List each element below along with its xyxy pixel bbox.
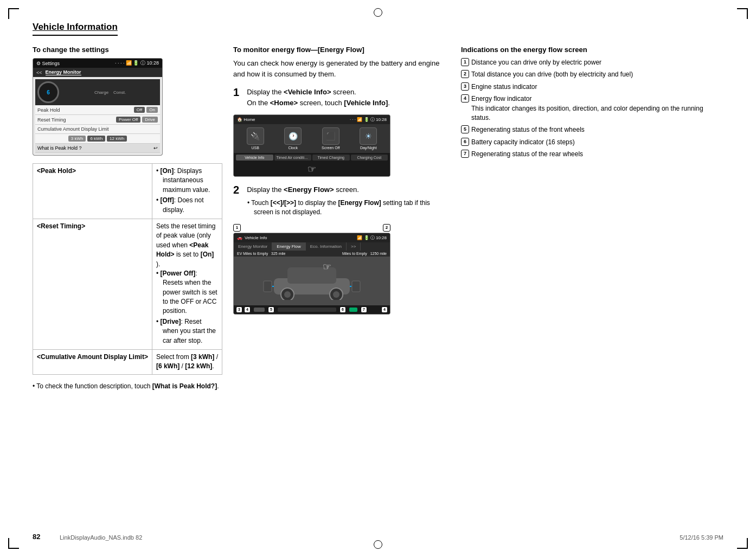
peak-hold-label: Peak Hold — [37, 107, 60, 113]
timed-air-tab[interactable]: Timed Air conditioning — [274, 155, 312, 161]
peak-hold-term: <Peak Hold> — [33, 164, 152, 219]
peak-hold-desc: [On]: Displays instantaneous maximum val… — [152, 164, 222, 219]
page-title: Vehicle Information — [33, 22, 118, 36]
corner-mark-bl — [8, 538, 19, 549]
car-visual — [234, 257, 390, 305]
bottom-badges-row: 3 4 5 6 7 4 — [234, 305, 390, 314]
eco-info-tab[interactable]: Eco. Information — [306, 242, 347, 251]
page-number: 82 — [33, 533, 40, 541]
bottom-badge-4b: 4 — [381, 306, 388, 313]
settings-description-table: <Peak Hold> [On]: Displays instantaneous… — [33, 163, 222, 375]
timed-charging-tab[interactable]: Timed Charging — [312, 155, 350, 161]
svg-point-4 — [284, 291, 291, 298]
callout-badge-5: 5 — [461, 125, 469, 133]
usb-label: USB — [252, 146, 259, 150]
home-screen-mock: 🏠 Home · · · 📶 🔋 ⓘ 10:28 🔌 USB 🕐 Clock ⬛… — [233, 114, 390, 177]
more-tabs-btn[interactable]: >> — [347, 242, 361, 251]
drive-btn[interactable]: Drive — [142, 117, 158, 123]
callout-row-5: 5Regenerating status of the front wheels — [461, 125, 723, 135]
step-2-number: 2 — [233, 184, 239, 195]
6kwh-btn[interactable]: 6 kWh — [87, 136, 105, 142]
clock-icon: 🕐 — [284, 127, 302, 145]
settings-nav-bar: << Energy Monitor — [33, 68, 162, 77]
energy-monitor-tab[interactable]: Energy Monitor — [234, 242, 272, 251]
callout-row-1: 1Distance you can drive only by electric… — [461, 58, 723, 67]
peak-hold-controls: Off On — [134, 107, 158, 113]
callout-row-2: 2Total distance you can drive (both by e… — [461, 70, 723, 79]
corner-mark-br — [737, 538, 748, 549]
screen-off-icon-item: ⬛ Screen Off — [312, 127, 349, 150]
step-2-bullet: Touch [<<]/[>>] to display the [Energy F… — [233, 199, 450, 217]
callout-badge-7: 7 — [461, 150, 469, 158]
cumulative-options-row: 3 kWh 6 kWh 12 kWh — [35, 134, 160, 144]
peak-hold-on-btn[interactable]: On — [146, 107, 158, 113]
badge-2: 2 — [383, 224, 390, 232]
nav-status: · · · 📶 🔋 ⓘ 10:28 — [350, 117, 387, 123]
top-badges-row: 1 2 — [233, 224, 390, 232]
step-1-number: 1 — [233, 87, 239, 98]
clock-label: Clock — [288, 146, 298, 150]
svg-rect-8 — [264, 281, 272, 292]
charging-cost-tab[interactable]: Charging Cost — [351, 155, 388, 161]
intro-text: You can check how energy is generated by… — [233, 58, 450, 79]
gauge-area: 6 Charge Const. — [35, 79, 160, 105]
flow-bar-2 — [278, 308, 336, 312]
middle-column: To monitor energy flow—[Energy Flow] You… — [233, 46, 461, 391]
ev-miles-left: EV Miles to Empty 325 mile — [237, 252, 285, 255]
callout-row-4: 4Energy flow indicatorThis indicator cha… — [461, 94, 723, 123]
nav-home-icon: 🏠 Home — [237, 117, 255, 122]
callout-badge-3: 3 — [461, 82, 469, 91]
energy-screen-container: 1 2 🚗 Vehicle Info 📶 🔋 ⓘ 10:28 Energy Mo… — [233, 224, 390, 315]
reset-timing-controls: Power Off Drive — [116, 117, 158, 123]
step-2-row: 2 Display the <Energy Flow> screen. Touc… — [233, 184, 450, 217]
back-icon: ↩ — [153, 145, 158, 151]
step-1-row: 1 Display the <Vehicle Info> screen. On … — [233, 87, 450, 108]
power-off-desc: [Power Off]: Resets when the power switc… — [156, 269, 218, 316]
what-is-peak-hold-label: What is Peak Hold ? — [37, 145, 82, 151]
corner-mark-tr — [737, 8, 748, 19]
home-icons-grid: 🔌 USB 🕐 Clock ⬛ Screen Off ☀ Day/Night — [234, 124, 390, 153]
car-svg — [263, 262, 361, 300]
callout-text-3: Engine status indicator — [471, 82, 723, 92]
settings-icon: ⚙ Settings — [36, 61, 60, 66]
energy-flow-tab[interactable]: Energy Flow — [272, 242, 305, 251]
callout-text-7: Regenerating status of the rear wheels — [471, 150, 723, 159]
settings-time: · · · · 📶 🔋 ⓘ 10:28 — [115, 60, 159, 67]
hand-cursor-icon: ☞ — [307, 163, 316, 175]
cumulative-term: <Cumulative Amount Display Limit> — [33, 350, 152, 375]
bottom-badge-6: 6 — [339, 306, 346, 313]
reset-timing-desc: Sets the reset timing of peak value (onl… — [152, 219, 222, 349]
energy-tabs-bar: Energy Monitor Energy Flow Eco. Informat… — [234, 242, 390, 251]
settings-body: 6 Charge Const. Peak Hold Off On Reset T… — [33, 77, 162, 155]
energy-monitor-tab: Energy Monitor — [46, 69, 81, 75]
home-bottom-bar: Vehicle Info Timed Air conditioning Time… — [234, 153, 390, 162]
bottom-badge-5: 5 — [268, 306, 274, 313]
left-column: To change the settings ⚙ Settings · · · … — [33, 46, 233, 391]
bottom-badge-7: 7 — [361, 306, 367, 313]
vehicle-info-tab[interactable]: Vehicle Info — [236, 155, 273, 161]
callout-list: 1Distance you can drive only by electric… — [461, 58, 723, 159]
middle-section-heading: To monitor energy flow—[Energy Flow] — [233, 46, 450, 54]
peak-hold-off-desc: [Off]: Does not display. — [156, 196, 218, 215]
settings-row-cumulative: Cumulative Amount Display Limit — [35, 125, 160, 134]
callout-text-5: Regenerating status of the front wheels — [471, 125, 723, 135]
callout-row-7: 7Regenerating status of the rear wheels — [461, 150, 723, 159]
badge-1: 1 — [233, 224, 241, 232]
table-row-peak-hold: <Peak Hold> [On]: Displays instantaneous… — [33, 164, 222, 219]
day-night-icon: ☀ — [360, 127, 377, 145]
12kwh-btn[interactable]: 12 kWh — [107, 136, 127, 142]
hand-cursor-area: ☞ — [234, 162, 390, 176]
screen-off-label: Screen Off — [322, 146, 339, 150]
home-screen-nav: 🏠 Home · · · 📶 🔋 ⓘ 10:28 — [234, 115, 390, 124]
settings-row-reset-timing: Reset Timing Power Off Drive — [35, 115, 160, 125]
peak-hold-on-desc: [On]: Displays instantaneous maximum val… — [156, 167, 218, 195]
peak-hold-off-btn[interactable]: Off — [134, 107, 145, 113]
what-is-peak-hold-row[interactable]: What is Peak Hold ? ↩ — [35, 144, 160, 153]
power-off-btn[interactable]: Power Off — [116, 117, 140, 123]
step-1-text: Display the <Vehicle Info> screen. On th… — [247, 87, 390, 108]
settings-status-bar: ⚙ Settings · · · · 📶 🔋 ⓘ 10:28 — [33, 59, 162, 68]
clock-icon-item: 🕐 Clock — [275, 127, 312, 150]
3kwh-btn[interactable]: 3 kWh — [68, 136, 86, 142]
cumulative-options: 3 kWh 6 kWh 12 kWh — [37, 136, 158, 142]
step-2-text: Display the <Energy Flow> screen. — [247, 184, 359, 195]
